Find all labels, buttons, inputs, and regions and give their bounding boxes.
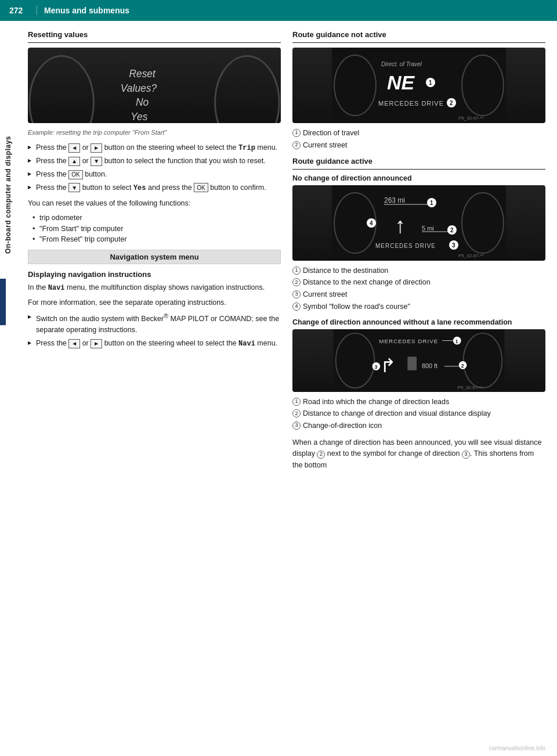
svg-text:263 mi: 263 mi	[384, 196, 405, 204]
side-tab-accent	[0, 279, 6, 325]
change-dir-item-2: 2Distance to change of direction and vis…	[292, 408, 545, 419]
svg-text:2: 2	[450, 227, 454, 233]
svg-text:5 mi: 5 mi	[422, 225, 434, 232]
svg-point-0	[30, 56, 93, 123]
svg-text:MERCEDES DRIVE: MERCEDES DRIVE	[375, 243, 436, 249]
change-dir-item-3: 3Change-of-direction icon	[292, 420, 545, 431]
svg-text:3: 3	[452, 242, 455, 249]
btn-left-1[interactable]: ◄	[68, 143, 80, 153]
svg-text:2: 2	[450, 100, 453, 106]
nav-para1: In the Navi menu, the multifunction disp…	[28, 282, 281, 294]
navi-mono-1: Navi	[48, 284, 65, 292]
dot-item-1: trip odometer	[32, 213, 281, 224]
nav-menu-label: Navigation system menu	[28, 250, 281, 264]
final-para: When a change of direction has been anno…	[292, 437, 545, 471]
section-divider-1	[28, 42, 281, 43]
svg-rect-18	[332, 185, 506, 261]
displaying-nav-section: Displaying navigation instructions In th…	[28, 270, 281, 349]
svg-text:P5_32-97-**: P5_32-97-**	[458, 253, 484, 258]
nav-para2: For more information, see the separate o…	[28, 297, 281, 308]
change-direction-cluster: MERCEDES DRIVE 1 ↱ 3 800 ft 2	[292, 329, 545, 392]
svg-text:1: 1	[429, 80, 432, 86]
page-title: Menus and submenus	[44, 6, 129, 15]
change-direction-heading: Change of direction announced without a …	[292, 318, 545, 326]
btn-left-2[interactable]: ◄	[68, 339, 80, 348]
reset-instruction-2: Press the ▲ or ▼ button to select the fu…	[28, 156, 281, 167]
svg-text:1: 1	[455, 338, 458, 344]
btn-up-1[interactable]: ▲	[68, 157, 80, 166]
route-not-active-section: Route guidance not active Direct. of Tra…	[292, 30, 545, 151]
displaying-nav-heading: Displaying navigation instructions	[28, 270, 281, 279]
route-na-item-1: 1Direction of travel	[292, 128, 545, 139]
section-divider-2	[292, 42, 545, 43]
ref-badge-2: 2	[317, 451, 325, 459]
svg-text:MERCEDES DRIVE: MERCEDES DRIVE	[379, 337, 438, 344]
route-not-active-heading: Route guidance not active	[292, 30, 545, 39]
page-number: 272	[9, 6, 37, 15]
nav-instructions-list: Switch on the audio system with Becker® …	[28, 312, 281, 349]
resetting-values-heading: Resetting values	[28, 30, 281, 39]
side-tab-label: On-board computer and displays	[4, 136, 12, 254]
reset-instruction-4: Press the ▼ button to select Yes and pre…	[28, 182, 281, 193]
svg-text:Values?: Values?	[121, 82, 157, 94]
watermark: carmanualsonline.info	[489, 745, 545, 751]
svg-text:↱: ↱	[380, 354, 396, 376]
svg-point-1	[215, 56, 279, 123]
svg-text:800 ft: 800 ft	[422, 362, 437, 369]
svg-text:MERCEDES DRIVE: MERCEDES DRIVE	[378, 100, 444, 107]
svg-text:P5_32-97-**: P5_32-97-**	[458, 116, 484, 121]
reset-instruction-1: Press the ◄ or ► button on the steering …	[28, 142, 281, 153]
svg-text:3: 3	[374, 363, 377, 369]
change-direction-list: 1Road into which the change of direction…	[292, 397, 545, 431]
dot-item-2: "From Start" trip computer	[32, 224, 281, 235]
no-change-cluster: 263 mi 1 ↑ 5 mi 2 MERCEDES DRIVE 3	[292, 185, 545, 261]
no-change-item-4: 4Symbol "follow the road's course"	[292, 301, 545, 312]
svg-rect-44	[407, 357, 417, 370]
ref-badge-3: 3	[462, 451, 470, 459]
svg-text:Yes: Yes	[131, 111, 147, 123]
svg-text:P5_32-97-**: P5_32-97-**	[458, 385, 483, 390]
btn-down-1[interactable]: ▼	[91, 157, 102, 166]
btn-right-1[interactable]: ►	[91, 143, 102, 153]
section-divider-3	[292, 169, 545, 170]
left-column: Resetting values Reset Values? No Yes P5…	[28, 30, 281, 474]
svg-text:Direct. of Travel: Direct. of Travel	[381, 61, 422, 67]
no-change-item-2: 2Distance to the next change of directio…	[292, 277, 545, 288]
header-bar: 272 Menus and submenus	[0, 0, 557, 21]
change-dir-item-1: 1Road into which the change of direction…	[292, 397, 545, 408]
route-active-heading: Route guidance active	[292, 157, 545, 165]
svg-text:1: 1	[430, 200, 433, 206]
btn-ok-2[interactable]: OK	[194, 183, 208, 192]
right-column: Route guidance not active Direct. of Tra…	[292, 30, 545, 474]
svg-text:Reset: Reset	[129, 68, 156, 80]
btn-ok-1[interactable]: OK	[68, 170, 82, 179]
following-text: You can reset the values of the followin…	[28, 198, 281, 209]
yes-mono: Yes	[133, 184, 146, 192]
nav-instruction-2: Press the ◄ or ► button on the steering …	[28, 338, 281, 349]
route-active-section: Route guidance active No change of direc…	[292, 157, 545, 312]
reset-instruction-3: Press the OK button.	[28, 169, 281, 180]
navi-mono-2: Navi	[238, 340, 255, 348]
main-content: Resetting values Reset Values? No Yes P5…	[28, 21, 545, 484]
reset-instructions-list: Press the ◄ or ► button on the steering …	[28, 142, 281, 193]
svg-rect-7	[332, 48, 506, 123]
btn-right-2[interactable]: ►	[91, 339, 102, 348]
reset-cluster-image: Reset Values? No Yes P5_32-97-**	[28, 48, 281, 123]
route-na-item-2: 2Current street	[292, 140, 545, 151]
btn-down-2[interactable]: ▼	[68, 183, 80, 192]
route-not-active-cluster: Direct. of Travel NE 1 MERCEDES DRIVE 2 …	[292, 48, 545, 123]
svg-text:NE: NE	[387, 71, 415, 93]
svg-text:↑: ↑	[395, 213, 406, 237]
no-change-item-1: 1Distance to the destination	[292, 265, 545, 276]
resetting-values-section: Resetting values Reset Values? No Yes P5…	[28, 30, 281, 245]
change-of-direction-section: Change of direction announced without a …	[292, 318, 545, 471]
no-change-list: 1Distance to the destination 2Distance t…	[292, 265, 545, 312]
dot-item-3: "From Reset" trip computer	[32, 234, 281, 245]
no-change-item-3: 3Current street	[292, 289, 545, 300]
svg-text:4: 4	[370, 220, 373, 226]
route-not-active-list: 1Direction of travel 2Current street	[292, 128, 545, 151]
cluster-caption: Example: resetting the trip computer "Fr…	[28, 128, 281, 138]
trip-mono: Trip	[238, 144, 255, 152]
svg-text:2: 2	[461, 362, 464, 368]
svg-text:No: No	[136, 96, 149, 108]
